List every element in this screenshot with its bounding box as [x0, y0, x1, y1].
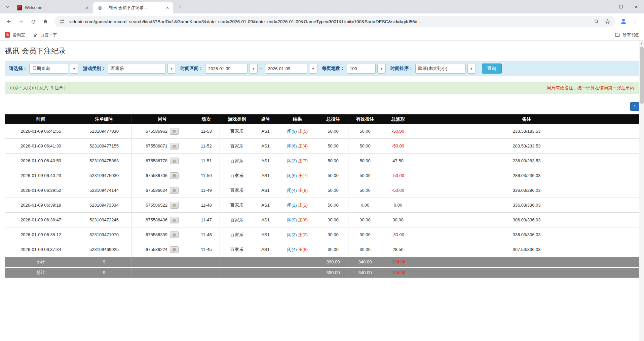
pagination: 1: [5, 102, 639, 111]
back-button[interactable]: [3, 16, 15, 27]
close-button[interactable]: ×: [629, 0, 644, 13]
sort-select[interactable]: 降幂(由大到小): [415, 64, 466, 74]
cell-game-kind: 百家乐: [220, 154, 254, 168]
cell-time: 2026-01-09 06:38:47: [5, 213, 77, 227]
subtotal-valid-bet: 340.00: [348, 257, 382, 267]
round-detail-icon[interactable]: ▦: [170, 187, 179, 194]
cell-round: 675586871▦: [131, 139, 193, 154]
date-start-chevron-down-icon[interactable]: ▾: [249, 64, 258, 74]
forward-button[interactable]: [15, 16, 27, 27]
cell-total-bet[interactable]: 50.00: [318, 154, 348, 168]
query-type-select[interactable]: 日期查询: [29, 64, 68, 74]
cell-valid-bet: 30.00: [348, 242, 382, 257]
date-end-chevron-down-icon[interactable]: ▾: [309, 64, 317, 74]
cell-valid-bet: 50.00: [348, 168, 382, 183]
col-time: 时间: [5, 115, 77, 124]
subtotal-label: 小计: [5, 257, 77, 267]
round-detail-icon[interactable]: ▦: [170, 231, 179, 238]
minimize-button[interactable]: [598, 0, 613, 13]
baidu-paw-icon: [33, 32, 38, 38]
scrollbar-thumb[interactable]: [640, 47, 644, 104]
bookmark-aitaobao[interactable]: 淘 爱淘宝: [5, 32, 25, 38]
cell-total-bet[interactable]: 50.00: [318, 139, 348, 154]
cell-bet-id: 523109475883: [77, 154, 131, 168]
col-total-bet: 总投注: [318, 115, 348, 124]
round-id: 675586522: [146, 203, 167, 208]
page-1-button[interactable]: 1: [630, 102, 639, 111]
round-detail-icon[interactable]: ▦: [170, 172, 179, 179]
per-page-chevron-down-icon[interactable]: ▾: [377, 64, 386, 74]
col-game-kind: 游戏类别: [220, 115, 254, 124]
tab-welcome[interactable]: Welcome ×: [13, 2, 93, 13]
game-kind-chevron-down-icon[interactable]: ▾: [167, 64, 176, 74]
tab-betrecord[interactable]: :::视讯 会员下注纪录::: ×: [93, 2, 173, 13]
cell-valid-bet: 50.00: [348, 154, 382, 168]
bookmark-star-icon[interactable]: [604, 18, 611, 25]
round-detail-icon[interactable]: ▦: [170, 217, 179, 223]
cell-total-bet[interactable]: 50.00: [318, 124, 348, 139]
bookmark-baidu[interactable]: 百度一下: [33, 32, 57, 38]
date-start-select[interactable]: 2026-01-09: [205, 64, 248, 74]
cell-result: 闲(6) 庄(4): [277, 139, 318, 154]
address-bar[interactable]: videoie.com/game/betrecord_search/kind3?…: [54, 16, 615, 27]
bet-record-table: 时间 注单编号 局号 场次 游戏类别 桌号 结果 总投注 有效投注 总派彩 备注…: [5, 114, 639, 278]
cell-bet-id: 523109477155: [77, 139, 131, 154]
new-tab-button[interactable]: +: [175, 2, 185, 12]
cell-total-bet[interactable]: 50.00: [318, 183, 348, 198]
table-row: 2026-01-09 06:37:34 523109469925 6755862…: [5, 242, 639, 257]
site-settings-icon[interactable]: [59, 18, 66, 25]
url-text[interactable]: videoie.com/game/betrecord_search/kind3?…: [69, 19, 590, 24]
sort-chevron-down-icon[interactable]: ▾: [467, 64, 476, 74]
date-end-select[interactable]: 2026-01-09: [265, 64, 307, 74]
scrollbar[interactable]: ▲: [639, 41, 644, 341]
cell-time: 2026-01-09 06:41:30: [5, 139, 77, 154]
cell-total-bet[interactable]: 30.00: [318, 227, 348, 242]
round-detail-icon[interactable]: ▦: [170, 158, 179, 164]
cell-valid-bet: 0.00: [348, 198, 382, 213]
cell-result: 闲(3) 庄(2): [277, 227, 318, 242]
cell-total-bet[interactable]: 30.00: [318, 242, 348, 257]
date-end-value: 2026-01-09: [268, 66, 291, 71]
sort-label: 时间排序：: [390, 66, 413, 72]
taobao-icon: 淘: [5, 32, 10, 38]
home-button[interactable]: [40, 16, 51, 27]
bookmark-label: 百度一下: [40, 32, 57, 38]
tab-search-chevron-icon[interactable]: [3, 2, 12, 11]
per-page-select[interactable]: 100: [347, 64, 376, 74]
filter-bar: 请选择： 日期查询 ▾ 游戏类别： 百家乐 ▾ 时间区间： 2026-01-09…: [5, 61, 639, 76]
cell-game-kind: 百家乐: [220, 139, 254, 154]
maximize-button[interactable]: [613, 0, 629, 13]
cell-payout: 0.00: [382, 198, 414, 213]
table-row: 2026-01-09 06:40:50 523109475883 6755867…: [5, 154, 639, 168]
round-detail-icon[interactable]: ▦: [170, 202, 179, 209]
query-type-chevron-down-icon[interactable]: ▾: [70, 64, 78, 74]
round-detail-icon[interactable]: ▦: [170, 143, 179, 150]
cell-total-bet[interactable]: 50.00: [318, 168, 348, 183]
tab-title: Welcome: [25, 5, 81, 10]
profile-avatar[interactable]: [618, 16, 629, 27]
menu-kebab-icon[interactable]: ⋮: [629, 16, 641, 27]
tab-close-icon[interactable]: ×: [164, 5, 171, 11]
cell-game-kind: 百家乐: [220, 124, 254, 139]
cell-valid-bet: 50.00: [348, 139, 382, 154]
round-detail-icon[interactable]: ▦: [170, 128, 179, 135]
cell-total-bet[interactable]: 30.00: [318, 213, 348, 227]
reload-button[interactable]: [28, 16, 39, 27]
game-kind-select[interactable]: 百家乐: [108, 64, 166, 74]
cell-payout: -50.00: [382, 124, 414, 139]
search-button[interactable]: 查询: [482, 63, 502, 74]
bookmark-label: 爱淘宝: [12, 32, 25, 38]
cell-payout: -50.00: [382, 183, 414, 198]
cell-round: 675586706▦: [131, 168, 193, 183]
zoom-icon[interactable]: [593, 18, 600, 25]
cell-result: 闲(2) 庄(2): [277, 198, 318, 213]
round-detail-icon[interactable]: ▦: [170, 246, 179, 253]
cell-session: 11-52: [193, 139, 220, 154]
all-bookmarks-button[interactable]: 所有书签: [615, 32, 639, 38]
cell-game-kind: 百家乐: [220, 227, 254, 242]
scroll-up-icon[interactable]: ▲: [639, 41, 644, 46]
cell-bet-id: 523109471070: [77, 227, 131, 242]
cell-note: 286.03/236.03: [414, 168, 639, 183]
tab-close-icon[interactable]: ×: [84, 5, 90, 11]
cell-total-bet[interactable]: 50.00: [318, 198, 348, 213]
